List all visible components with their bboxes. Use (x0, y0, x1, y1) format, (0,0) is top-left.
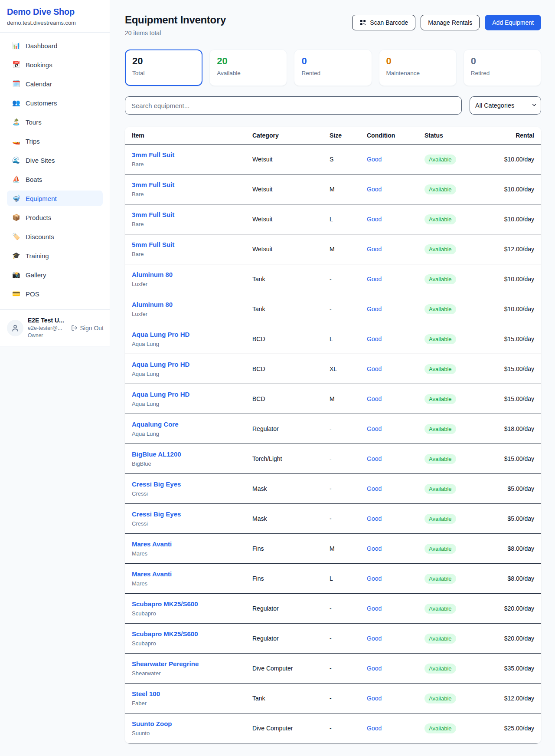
column-header-status: Status (418, 127, 480, 145)
stat-value: 0 (471, 56, 534, 67)
manage-rentals-button[interactable]: Manage Rentals (421, 15, 480, 30)
stat-card-rented[interactable]: 0 Rented (294, 49, 372, 86)
sidebar-item-label: Tours (26, 118, 42, 126)
equipment-name-link[interactable]: Aqua Lung Pro HD (132, 360, 238, 369)
rental-price: $20.00/day (504, 605, 534, 612)
sidebar-item-trips[interactable]: 🚤 Trips (7, 133, 103, 149)
add-equipment-button[interactable]: Add Equipment (485, 15, 541, 30)
condition-link[interactable]: Good (367, 365, 382, 372)
equipment-name-link[interactable]: Aqua Lung Pro HD (132, 390, 238, 399)
condition-link[interactable]: Good (367, 545, 382, 552)
stat-card-available[interactable]: 20 Available (209, 49, 287, 86)
sidebar-item-tours[interactable]: 🏝️ Tours (7, 114, 103, 130)
equipment-category: Fins (245, 534, 323, 564)
sign-out-button[interactable]: Sign Out (71, 325, 104, 332)
equipment-name-link[interactable]: Scubapro MK25/S600 (132, 630, 238, 638)
rental-price: $10.00/day (504, 216, 534, 223)
equipment-brand: Cressi (132, 490, 238, 497)
equipment-name-link[interactable]: Steel 100 (132, 690, 238, 698)
equipment-name-link[interactable]: Aqua Lung Pro HD (132, 330, 238, 339)
equipment-name-link[interactable]: BigBlue AL1200 (132, 450, 238, 459)
sidebar-item-gallery[interactable]: 📸 Gallery (7, 267, 103, 283)
sidebar-item-equipment[interactable]: 🤿 Equipment (7, 191, 103, 206)
equipment-name-link[interactable]: 3mm Full Suit (132, 151, 238, 159)
equipment-name-link[interactable]: Shearwater Peregrine (132, 660, 238, 668)
sidebar-item-customers[interactable]: 👥 Customers (7, 95, 103, 111)
sidebar-item-boats[interactable]: ⛵ Boats (7, 171, 103, 187)
bar-chart-icon: 📊 (12, 42, 20, 49)
condition-link[interactable]: Good (367, 425, 382, 432)
stat-card-retired[interactable]: 0 Retired (464, 49, 541, 86)
status-badge: Available (424, 334, 456, 344)
equipment-category: BCD (245, 384, 323, 414)
condition-link[interactable]: Good (367, 395, 382, 402)
search-input[interactable] (125, 96, 462, 115)
condition-link[interactable]: Good (367, 335, 382, 342)
condition-link[interactable]: Good (367, 695, 382, 702)
condition-link[interactable]: Good (367, 485, 382, 492)
sidebar-item-pos[interactable]: 💳 POS (7, 286, 103, 302)
sidebar-item-dashboard[interactable]: 📊 Dashboard (7, 38, 103, 53)
equipment-name-link[interactable]: 3mm Full Suit (132, 210, 238, 219)
table-row: Scubapro MK25/S600 Scubapro Regulator - … (125, 594, 541, 624)
status-badge: Available (424, 184, 456, 194)
condition-link[interactable]: Good (367, 276, 382, 283)
equipment-name-link[interactable]: Mares Avanti (132, 570, 238, 579)
sidebar-item-products[interactable]: 📦 Products (7, 210, 103, 225)
equipment-brand: Bare (132, 161, 238, 168)
category-select[interactable]: All Categories (470, 96, 541, 115)
user-email: e2e-tester@... (28, 325, 64, 332)
equipment-name-link[interactable]: Suunto Zoop (132, 720, 238, 728)
table-row: Cressi Big Eyes Cressi Mask - Good Avail… (125, 474, 541, 504)
equipment-name-link[interactable]: Cressi Big Eyes (132, 510, 238, 519)
equipment-category: Tank (245, 684, 323, 713)
user-role: Owner (28, 332, 64, 339)
equipment-name-link[interactable]: 3mm Full Suit (132, 181, 238, 189)
equipment-size: S (323, 145, 360, 174)
sidebar-item-bookings[interactable]: 📅 Bookings (7, 57, 103, 72)
equipment-name-link[interactable]: 5mm Full Suit (132, 240, 238, 249)
condition-link[interactable]: Good (367, 306, 382, 312)
status-badge: Available (424, 694, 456, 703)
condition-link[interactable]: Good (367, 635, 382, 642)
status-badge: Available (424, 304, 456, 314)
scan-barcode-button[interactable]: Scan Barcode (352, 15, 415, 30)
condition-link[interactable]: Good (367, 515, 382, 522)
stat-card-total[interactable]: 20 Total (125, 49, 202, 86)
condition-link[interactable]: Good (367, 246, 382, 253)
condition-link[interactable]: Good (367, 725, 382, 732)
equipment-name-link[interactable]: Cressi Big Eyes (132, 480, 238, 489)
equipment-size: - (323, 264, 360, 294)
page-title-block: Equipment Inventory 20 items total (125, 14, 226, 36)
rental-price: $8.00/day (508, 545, 535, 552)
column-header-category: Category (245, 127, 323, 145)
equipment-brand: Bare (132, 221, 238, 228)
status-badge: Available (424, 244, 456, 254)
equipment-name-link[interactable]: Aluminum 80 (132, 300, 238, 309)
sidebar-item-calendar[interactable]: 🗓️ Calendar (7, 76, 103, 92)
header-actions: Scan Barcode Manage Rentals Add Equipmen… (352, 15, 541, 30)
table-row: Aluminum 80 Luxfer Tank - Good Available… (125, 264, 541, 294)
table-row: BigBlue AL1200 BigBlue Torch/Light - Goo… (125, 444, 541, 474)
condition-link[interactable]: Good (367, 575, 382, 582)
condition-link[interactable]: Good (367, 455, 382, 462)
stat-card-maintenance[interactable]: 0 Maintenance (379, 49, 457, 86)
sidebar-item-dive-sites[interactable]: 🌊 Dive Sites (7, 152, 103, 168)
condition-link[interactable]: Good (367, 605, 382, 612)
condition-link[interactable]: Good (367, 216, 382, 223)
sidebar-item-label: Dive Sites (26, 157, 55, 164)
equipment-name-link[interactable]: Aluminum 80 (132, 270, 238, 279)
condition-link[interactable]: Good (367, 186, 382, 193)
equipment-name-link[interactable]: Mares Avanti (132, 540, 238, 549)
stat-label: Rented (301, 70, 364, 76)
condition-link[interactable]: Good (367, 665, 382, 672)
sidebar-item-discounts[interactable]: 🏷️ Discounts (7, 229, 103, 244)
sidebar-item-label: Trips (26, 138, 40, 145)
equipment-size: - (323, 414, 360, 444)
equipment-category: Wetsuit (245, 234, 323, 264)
sidebar-item-training[interactable]: 🎓 Training (7, 248, 103, 263)
equipment-brand: Aqua Lung (132, 431, 238, 437)
condition-link[interactable]: Good (367, 156, 382, 163)
equipment-name-link[interactable]: Aqualung Core (132, 420, 238, 429)
equipment-name-link[interactable]: Scubapro MK25/S600 (132, 600, 238, 608)
